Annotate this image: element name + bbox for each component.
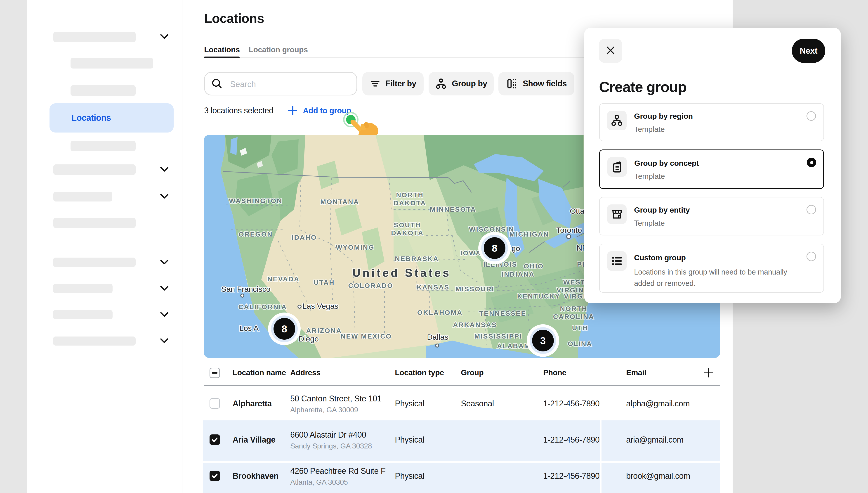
- svg-text:MINNESOTA: MINNESOTA: [430, 206, 476, 213]
- svg-text:WASHINGTON: WASHINGTON: [229, 197, 282, 205]
- svg-text:Los A: Los A: [239, 324, 259, 333]
- svg-text:8: 8: [282, 323, 287, 335]
- svg-text:Otta: Otta: [570, 207, 584, 215]
- svg-text:WEST: WEST: [563, 278, 586, 286]
- svg-text:KENTUCKY: KENTUCKY: [517, 293, 560, 300]
- svg-text:IOWA: IOWA: [461, 249, 481, 257]
- svg-text:ARKANSAS: ARKANSAS: [453, 321, 497, 328]
- svg-text:NORTH: NORTH: [396, 191, 424, 198]
- svg-text:WYOMING: WYOMING: [336, 243, 375, 251]
- svg-text:MONTANA: MONTANA: [320, 198, 359, 205]
- svg-text:MICHIGAN: MICHIGAN: [509, 231, 549, 238]
- svg-text:KANSAS: KANSAS: [417, 283, 450, 291]
- svg-text:COLORADO: COLORADO: [348, 282, 393, 289]
- svg-text:CAROLINA: CAROLINA: [553, 313, 594, 320]
- svg-text:MISSOURI: MISSOURI: [455, 285, 494, 293]
- svg-text:NEBRASKA: NEBRASKA: [395, 255, 439, 262]
- svg-text:3: 3: [540, 335, 546, 346]
- svg-text:go: go: [512, 244, 520, 253]
- svg-text:DAKOTA: DAKOTA: [391, 229, 424, 237]
- svg-text:Diego: Diego: [298, 335, 319, 343]
- svg-text:WISCONSIN: WISCONSIN: [469, 226, 514, 233]
- svg-text:NORTH: NORTH: [560, 305, 587, 312]
- svg-text:CALIFORNIA: CALIFORNIA: [239, 303, 287, 310]
- svg-text:NEVADA: NEVADA: [267, 275, 299, 283]
- svg-text:IDAHO: IDAHO: [292, 234, 317, 241]
- svg-text:UTH: UTH: [572, 324, 588, 331]
- svg-text:DAKOTA: DAKOTA: [394, 199, 426, 207]
- svg-text:Las Vegas: Las Vegas: [303, 302, 338, 310]
- svg-text:OREGON: OREGON: [239, 231, 273, 238]
- svg-text:TENNESSEE: TENNESSEE: [479, 309, 527, 317]
- svg-text:NEW MEXICO: NEW MEXICO: [341, 333, 392, 340]
- svg-text:OLINA: OLINA: [568, 340, 592, 347]
- svg-text:INDIANA: INDIANA: [502, 271, 535, 278]
- svg-text:OHIO: OHIO: [524, 262, 544, 270]
- svg-text:United States: United States: [352, 266, 451, 279]
- svg-text:ARIZONA: ARIZONA: [306, 327, 342, 334]
- svg-text:UTAH: UTAH: [313, 279, 335, 286]
- svg-text:Toronto: Toronto: [556, 226, 582, 234]
- svg-text:Dallas: Dallas: [427, 333, 448, 341]
- svg-text:SOUTH: SOUTH: [394, 221, 421, 229]
- svg-text:OKLAHOMA: OKLAHOMA: [417, 309, 463, 316]
- svg-text:MISSISSIPPI: MISSISSIPPI: [474, 333, 522, 340]
- svg-text:8: 8: [492, 243, 497, 254]
- svg-text:San Francisco: San Francisco: [221, 285, 270, 293]
